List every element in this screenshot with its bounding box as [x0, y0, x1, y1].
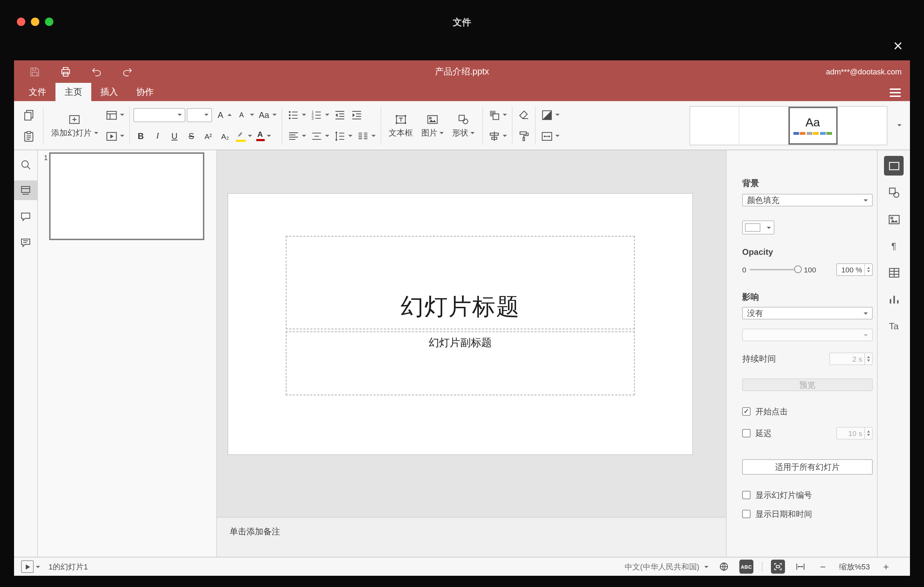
- change-case-button[interactable]: Aa: [257, 106, 278, 123]
- paste-button[interactable]: [21, 127, 36, 144]
- checkbox-unchecked-icon: [742, 429, 751, 437]
- subtitle-placeholder[interactable]: 幻灯片副标题: [286, 331, 635, 395]
- effect-select[interactable]: 没有: [742, 307, 873, 320]
- slider-knob[interactable]: [794, 265, 802, 273]
- start-slideshow-button[interactable]: [104, 127, 125, 144]
- clear-style-button[interactable]: [516, 106, 531, 123]
- opacity-input[interactable]: 100 %: [836, 263, 873, 276]
- print-button[interactable]: [58, 64, 72, 79]
- numbered-list-button[interactable]: 123: [309, 106, 330, 123]
- textart-settings-button[interactable]: Ta: [884, 316, 904, 336]
- image-settings-button[interactable]: [884, 209, 904, 229]
- theme-option-1[interactable]: [690, 106, 739, 144]
- paragraph-icon: ¶: [891, 241, 896, 251]
- horizontal-align-button[interactable]: [285, 127, 307, 144]
- subscript-button[interactable]: A₂: [217, 127, 233, 144]
- decrease-indent-icon: [333, 109, 346, 121]
- apply-to-all-button[interactable]: 适用于所有幻灯片: [742, 459, 873, 475]
- line-spacing-button[interactable]: [332, 127, 353, 144]
- shape-settings-button[interactable]: [884, 183, 904, 202]
- show-date-time-checkbox[interactable]: 显示日期和时间: [742, 508, 873, 519]
- title-placeholder[interactable]: 幻灯片标题: [286, 236, 635, 329]
- insert-textbox-button[interactable]: 文本框: [384, 104, 417, 147]
- chart-settings-button[interactable]: [884, 289, 904, 309]
- arrange-shapes-button[interactable]: [487, 106, 508, 123]
- opacity-slider[interactable]: [750, 269, 800, 270]
- hamburger-menu-icon[interactable]: [889, 89, 901, 97]
- columns-button[interactable]: [355, 127, 377, 144]
- delay-value: 10 s: [837, 429, 864, 437]
- comments-button[interactable]: [14, 206, 38, 226]
- decrease-font-button[interactable]: A: [234, 106, 255, 123]
- show-slide-number-checkbox[interactable]: 显示幻灯片编号: [742, 490, 873, 501]
- change-layout-button[interactable]: [104, 106, 125, 123]
- fit-to-width-button[interactable]: [794, 560, 807, 574]
- tab-insert[interactable]: 插入: [91, 83, 127, 101]
- table-settings-button[interactable]: [884, 262, 904, 282]
- close-icon[interactable]: ×: [889, 37, 907, 56]
- bullet-list-button[interactable]: [285, 106, 307, 123]
- background-fill-select[interactable]: 颜色填充: [742, 194, 873, 206]
- highlight-color-button[interactable]: [234, 127, 253, 144]
- spellcheck-button[interactable]: ABC: [739, 560, 753, 574]
- expand-themes-button[interactable]: [890, 117, 906, 134]
- insert-image-button[interactable]: 图片: [417, 104, 448, 147]
- redo-button[interactable]: [120, 64, 134, 79]
- spinner-icon[interactable]: [864, 264, 872, 275]
- underline-button[interactable]: U: [167, 127, 182, 144]
- theme-option-2[interactable]: [739, 106, 789, 144]
- add-slide-button[interactable]: 添加幻灯片: [47, 104, 102, 147]
- superscript-button[interactable]: A²: [200, 127, 216, 144]
- zoom-in-button[interactable]: +: [879, 560, 893, 574]
- theme-option-4[interactable]: [838, 106, 887, 144]
- opacity-min-label: 0: [742, 265, 746, 274]
- slides-panel-button[interactable]: [14, 180, 38, 200]
- search-button[interactable]: [14, 155, 38, 174]
- slide-thumbnail[interactable]: [49, 152, 204, 240]
- feedback-button[interactable]: [14, 232, 38, 252]
- slide-canvas[interactable]: 幻灯片标题 幻灯片副标题: [217, 150, 726, 517]
- background-color-select[interactable]: [742, 221, 774, 234]
- delay-checkbox[interactable]: 延迟: [742, 428, 772, 439]
- chevron-down-icon[interactable]: [36, 566, 40, 568]
- decrease-indent-button[interactable]: [332, 106, 347, 123]
- fullscreen-traffic-light[interactable]: [45, 18, 53, 26]
- start-on-click-checkbox[interactable]: ✓ 开始点击: [742, 406, 873, 417]
- font-color-button[interactable]: A: [254, 127, 272, 144]
- save-button[interactable]: [27, 64, 41, 79]
- bold-button[interactable]: B: [133, 127, 148, 144]
- slide-size-button[interactable]: [539, 127, 561, 144]
- theme-option-selected[interactable]: Aa: [789, 106, 838, 144]
- strikethrough-button[interactable]: S: [183, 127, 199, 144]
- minimize-traffic-light[interactable]: [31, 18, 39, 26]
- increase-indent-button[interactable]: [348, 106, 364, 123]
- notes-area[interactable]: 单击添加备注: [217, 517, 726, 557]
- align-shapes-button[interactable]: [487, 127, 508, 144]
- close-traffic-light[interactable]: [17, 18, 25, 26]
- increase-font-button[interactable]: A: [213, 106, 233, 123]
- slide-subtitle-text: 幻灯片副标题: [429, 336, 492, 350]
- slide-settings-button[interactable]: [884, 156, 904, 176]
- tab-home[interactable]: 主页: [56, 83, 91, 101]
- insert-shape-button[interactable]: 形状: [448, 104, 479, 147]
- theme-sample-text: Aa: [805, 116, 820, 130]
- italic-button[interactable]: I: [150, 127, 165, 144]
- vertical-align-button[interactable]: [309, 127, 330, 144]
- slide-fill-button[interactable]: [539, 106, 561, 123]
- paragraph-settings-button[interactable]: ¶: [884, 236, 904, 256]
- font-name-select[interactable]: [133, 108, 185, 122]
- start-preview-button[interactable]: [21, 560, 34, 573]
- tab-file[interactable]: 文件: [20, 83, 56, 101]
- image-icon: [426, 113, 439, 125]
- font-size-select[interactable]: [186, 108, 212, 122]
- undo-button[interactable]: [89, 64, 103, 79]
- copy-button[interactable]: [21, 106, 36, 123]
- toolbar-separator: [281, 106, 282, 144]
- tab-collaborate[interactable]: 协作: [127, 83, 163, 101]
- slide[interactable]: 幻灯片标题 幻灯片副标题: [228, 193, 693, 455]
- fit-to-slide-button[interactable]: [771, 560, 785, 574]
- language-selector[interactable]: 中文(中华人民共和国): [625, 561, 708, 572]
- zoom-out-button[interactable]: −: [816, 560, 830, 574]
- copy-style-button[interactable]: [516, 127, 531, 144]
- set-language-button[interactable]: [717, 560, 731, 574]
